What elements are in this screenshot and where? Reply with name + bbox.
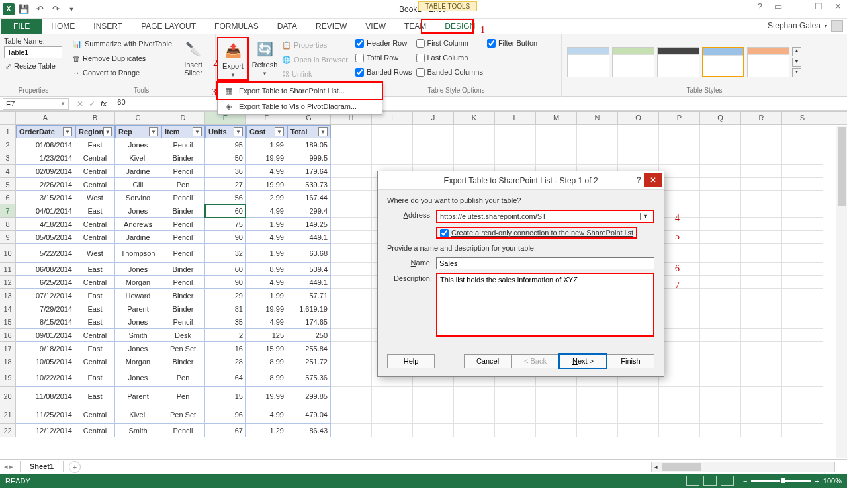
empty-cell[interactable] [577, 151, 618, 165]
unlink-button[interactable]: ⛓Unlink [281, 67, 349, 81]
empty-cell[interactable] [495, 424, 536, 437]
empty-cell[interactable] [331, 289, 372, 302]
row-header[interactable]: 21 [0, 405, 16, 424]
table-cell[interactable]: 1.99 [246, 244, 287, 263]
table-cell[interactable]: 90 [205, 231, 246, 244]
empty-cell[interactable] [331, 315, 372, 329]
empty-cell[interactable] [741, 191, 782, 204]
empty-cell[interactable] [577, 424, 618, 437]
empty-cell[interactable] [659, 138, 700, 151]
empty-cell[interactable] [741, 138, 782, 151]
table-cell[interactable]: 179.64 [287, 165, 331, 178]
zoom-slider[interactable] [751, 480, 811, 482]
tab-review[interactable]: REVIEW [306, 19, 356, 34]
table-cell[interactable]: 7/29/2014 [16, 302, 75, 315]
table-name-input[interactable] [4, 46, 62, 58]
table-cell[interactable]: West [75, 191, 115, 204]
table-cell[interactable]: Central [75, 424, 115, 437]
next-button[interactable]: Next > [559, 354, 607, 368]
col-header-O[interactable]: O [618, 112, 659, 124]
table-cell[interactable]: 539.73 [287, 178, 331, 191]
table-cell[interactable]: 251.72 [287, 355, 331, 368]
help-button[interactable]: Help [387, 354, 435, 368]
empty-cell[interactable] [741, 165, 782, 178]
empty-cell[interactable] [331, 231, 372, 244]
empty-cell[interactable] [700, 315, 741, 329]
table-style-3[interactable] [657, 47, 699, 77]
empty-cell[interactable] [782, 276, 823, 289]
table-cell[interactable]: Jones [115, 315, 161, 329]
empty-cell[interactable] [577, 125, 618, 138]
insert-slicer-button[interactable]: 🔪 Insert Slicer [177, 37, 209, 77]
table-style-2[interactable] [612, 47, 654, 77]
table-cell[interactable]: Binder [161, 355, 205, 368]
table-cell[interactable]: 1.99 [246, 289, 287, 302]
empty-cell[interactable] [372, 405, 413, 424]
table-cell[interactable]: Binder [161, 151, 205, 165]
empty-cell[interactable] [782, 424, 823, 437]
close-icon[interactable]: ✕ [832, 0, 844, 13]
empty-cell[interactable] [372, 424, 413, 437]
empty-cell[interactable] [741, 289, 782, 302]
row-header[interactable]: 4 [0, 165, 16, 178]
table-cell[interactable]: West [75, 244, 115, 263]
empty-cell[interactable] [782, 342, 823, 355]
empty-cell[interactable] [700, 387, 741, 405]
banded-rows-check[interactable]: Banded Rows [355, 66, 412, 78]
empty-cell[interactable] [577, 138, 618, 151]
filter-dropdown-icon[interactable]: ▼ [103, 127, 112, 136]
table-cell[interactable]: 01/06/2014 [16, 138, 75, 151]
table-cell[interactable]: 09/01/2014 [16, 329, 75, 342]
row-header[interactable]: 1 [0, 125, 16, 138]
empty-cell[interactable] [659, 165, 700, 178]
col-header-A[interactable]: A [16, 112, 75, 124]
table-cell[interactable]: 96 [205, 405, 246, 424]
empty-cell[interactable] [700, 302, 741, 315]
empty-cell[interactable] [782, 289, 823, 302]
zoom-level[interactable]: 100% [823, 477, 842, 485]
empty-cell[interactable] [659, 151, 700, 165]
table-cell[interactable]: Kivell [115, 151, 161, 165]
table-cell[interactable]: Morgan [115, 276, 161, 289]
empty-cell[interactable] [331, 263, 372, 276]
tab-page-layout[interactable]: PAGE LAYOUT [132, 19, 205, 34]
empty-cell[interactable] [618, 387, 659, 405]
table-cell[interactable]: 6/25/2014 [16, 276, 75, 289]
empty-cell[interactable] [782, 138, 823, 151]
table-cell[interactable]: East [75, 342, 115, 355]
user-area[interactable]: Stephan Galea ▾ [768, 20, 843, 32]
table-cell[interactable]: Morgan [115, 355, 161, 368]
sheet-nav[interactable]: ◂▸ [0, 462, 17, 471]
qat-customize-icon[interactable]: ▼ [65, 3, 78, 16]
table-cell[interactable]: 81 [205, 302, 246, 315]
empty-cell[interactable] [700, 368, 741, 387]
table-cell[interactable]: 4.99 [246, 315, 287, 329]
empty-cell[interactable] [331, 204, 372, 218]
empty-cell[interactable] [331, 302, 372, 315]
empty-cell[interactable] [659, 342, 700, 355]
table-cell[interactable]: Pencil [161, 276, 205, 289]
remove-duplicates-button[interactable]: 🗑Remove Duplicates [71, 52, 173, 65]
empty-cell[interactable] [741, 302, 782, 315]
col-header-P[interactable]: P [659, 112, 700, 124]
empty-cell[interactable] [577, 387, 618, 405]
table-cell[interactable]: 19.99 [246, 178, 287, 191]
table-cell[interactable]: 4.99 [246, 204, 287, 218]
table-cell[interactable]: 1.99 [246, 218, 287, 231]
table-cell[interactable]: 36 [205, 165, 246, 178]
empty-cell[interactable] [331, 138, 372, 151]
table-cell[interactable]: 575.36 [287, 368, 331, 387]
empty-cell[interactable] [700, 151, 741, 165]
tab-formulas[interactable]: FORMULAS [205, 19, 268, 34]
empty-cell[interactable] [700, 263, 741, 276]
empty-cell[interactable] [700, 342, 741, 355]
filter-dropdown-icon[interactable]: ▼ [275, 127, 284, 136]
empty-cell[interactable] [618, 405, 659, 424]
table-cell[interactable]: East [75, 302, 115, 315]
dialog-help-icon[interactable]: ? [637, 175, 641, 185]
back-button[interactable]: < Back [512, 354, 559, 368]
empty-cell[interactable] [495, 387, 536, 405]
empty-cell[interactable] [659, 204, 700, 218]
table-cell[interactable]: 32 [205, 244, 246, 263]
empty-cell[interactable] [331, 329, 372, 342]
